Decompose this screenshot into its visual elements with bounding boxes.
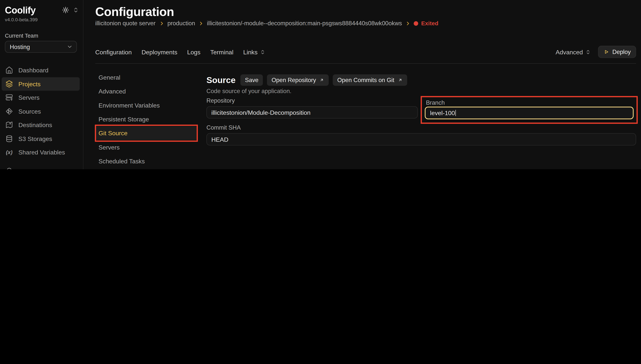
- sidebar-item-dashboard[interactable]: Dashboard: [0, 63, 83, 77]
- database-icon: [5, 135, 13, 142]
- sidebar-item-label: Servers: [19, 94, 40, 101]
- tab-configuration[interactable]: Configuration: [95, 48, 132, 56]
- sidebar: Coolify v4.0.0-beta.399 Current Team Hos…: [0, 0, 84, 169]
- arrow-up-right-icon: [319, 78, 324, 83]
- app-logo[interactable]: Coolify: [5, 5, 36, 15]
- commit-sha-field-group: Commit SHA HEAD: [206, 124, 636, 146]
- repository-label: Repository: [206, 97, 418, 104]
- deploy-button[interactable]: Deploy: [598, 46, 636, 58]
- sidebar-item-label: Sources: [19, 108, 41, 115]
- sidebar-item-sources[interactable]: Sources: [0, 104, 83, 118]
- tab-deployments[interactable]: Deployments: [142, 48, 177, 56]
- team-select[interactable]: Hosting: [5, 41, 77, 52]
- sidebar-item-projects[interactable]: Projects: [2, 77, 80, 90]
- subnav-item-scheduled-tasks[interactable]: Scheduled Tasks: [95, 154, 198, 168]
- current-team-label: Current Team: [5, 33, 38, 39]
- home-icon: [5, 66, 13, 74]
- sidebar-item-destinations[interactable]: Destinations: [0, 118, 83, 132]
- settings-subnav: General Advanced Environment Variables P…: [95, 70, 198, 169]
- subnav-item-webhooks[interactable]: Webhooks: [95, 168, 198, 169]
- sidebar-nav-secondary: Notifications Keys & Tokens Tags Termina…: [0, 164, 83, 169]
- tab-logs[interactable]: Logs: [187, 48, 200, 56]
- subnav-item-advanced[interactable]: Advanced: [95, 84, 198, 98]
- branch-input[interactable]: level-100: [425, 106, 633, 119]
- branch-label: Branch: [426, 99, 445, 106]
- subnav-item-persistent-storage[interactable]: Persistent Storage: [95, 112, 198, 126]
- tabs-row: Configuration Deployments Logs Terminal …: [95, 46, 636, 58]
- advanced-menu[interactable]: Advanced: [556, 48, 591, 56]
- breadcrumb: illicitonion quote server production ill…: [95, 20, 438, 26]
- save-button[interactable]: Save: [241, 74, 263, 86]
- subnav-item-servers[interactable]: Servers: [95, 140, 198, 154]
- sun-icon[interactable]: [62, 6, 69, 14]
- chevrons-up-down-icon: [585, 49, 591, 54]
- commit-sha-value: HEAD: [211, 136, 229, 143]
- divider: [95, 63, 636, 64]
- play-icon: [603, 49, 609, 55]
- status-label: Exited: [421, 20, 438, 26]
- sidebar-item-label: Destinations: [19, 122, 52, 128]
- tab-terminal[interactable]: Terminal: [210, 48, 233, 56]
- page-title: Configuration: [95, 5, 174, 19]
- main-area: Configuration illicitonion quote server …: [84, 0, 641, 169]
- sidebar-item-label: Dashboard: [19, 67, 49, 74]
- commit-sha-label: Commit SHA: [206, 124, 636, 131]
- variables-icon: (x): [5, 149, 13, 155]
- repository-value: illicitestonion/Module-Decomposition: [211, 109, 311, 116]
- chevron-right-icon: [405, 21, 411, 26]
- chevrons-up-down-icon: [260, 49, 265, 54]
- arrow-up-right-icon: [397, 78, 402, 83]
- sidebar-item-servers[interactable]: Servers: [0, 90, 83, 104]
- subnav-item-general[interactable]: General: [95, 70, 198, 84]
- subnav-item-environment-variables[interactable]: Environment Variables: [95, 98, 198, 112]
- section-heading: Source: [206, 75, 236, 85]
- team-select-value: Hosting: [10, 44, 30, 50]
- breadcrumb-environment[interactable]: production: [168, 20, 195, 26]
- sidebar-item-notifications[interactable]: Notifications: [0, 164, 83, 169]
- annotation-box-branch: Branch level-100: [421, 96, 638, 124]
- breadcrumb-application[interactable]: illicitestonion/-module--decomposition:m…: [207, 20, 402, 26]
- status-dot-icon: [414, 21, 418, 26]
- chevron-down-icon: [67, 44, 73, 50]
- chevrons-up-down-icon[interactable]: [73, 7, 79, 13]
- tab-links[interactable]: Links: [243, 48, 265, 56]
- sidebar-item-s3-storages[interactable]: S3 Storages: [0, 132, 83, 146]
- sidebar-nav-primary: Dashboard Projects Servers Sources Desti…: [0, 63, 83, 159]
- sidebar-item-shared-variables[interactable]: (x) Shared Variables: [0, 146, 83, 159]
- source-panel: Source Save Open Repository Open Commits…: [206, 70, 636, 169]
- sidebar-item-label: Notifications: [19, 168, 52, 169]
- open-commits-button[interactable]: Open Commits on Git: [333, 74, 407, 86]
- layers-icon: [5, 80, 13, 88]
- commit-sha-input[interactable]: HEAD: [206, 133, 636, 146]
- server-icon: [5, 94, 13, 102]
- branch-value: level-100: [430, 110, 455, 116]
- text-caret: [455, 110, 456, 116]
- repository-field-group: Repository illicitestonion/Module-Decomp…: [206, 97, 418, 118]
- chevron-right-icon: [198, 21, 204, 26]
- git-branch-icon: [5, 107, 13, 115]
- coolify-app: Coolify v4.0.0-beta.399 Current Team Hos…: [0, 0, 641, 169]
- section-description: Code source of your application.: [206, 88, 291, 94]
- chevron-right-icon: [159, 21, 164, 26]
- status-badge: Exited: [414, 20, 438, 26]
- sidebar-item-label: Projects: [19, 80, 41, 88]
- sidebar-item-label: S3 Storages: [19, 135, 52, 142]
- repository-input[interactable]: illicitestonion/Module-Decomposition: [206, 106, 418, 118]
- subnav-item-git-source[interactable]: Git Source: [95, 126, 198, 140]
- sidebar-item-label: Shared Variables: [19, 149, 65, 156]
- open-repository-button[interactable]: Open Repository: [267, 74, 329, 86]
- map-icon: [5, 121, 13, 129]
- bell-icon: [5, 168, 13, 169]
- app-version: v4.0.0-beta.399: [5, 17, 38, 22]
- breadcrumb-project[interactable]: illicitonion quote server: [95, 20, 156, 26]
